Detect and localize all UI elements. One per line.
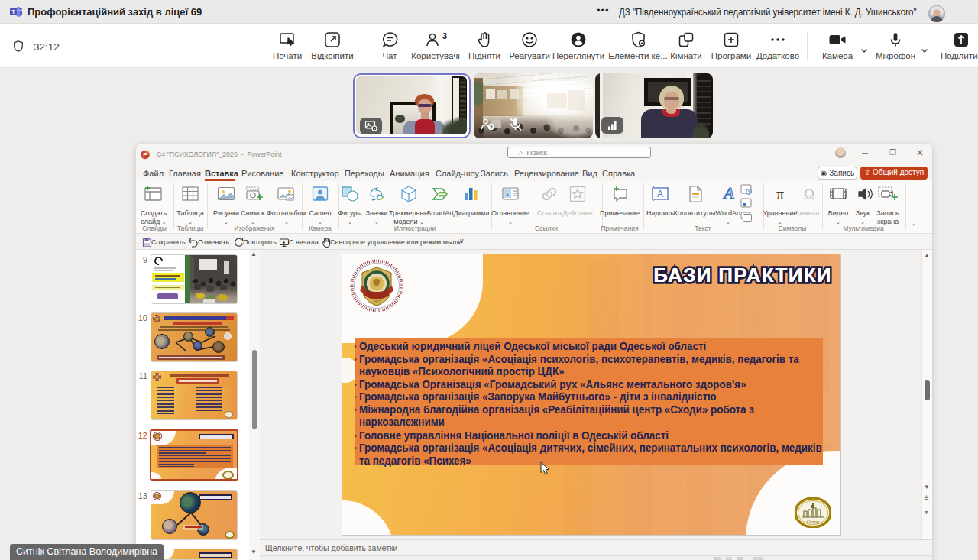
- svg-text:A: A: [722, 183, 734, 202]
- svg-text:1817: 1817: [373, 300, 381, 304]
- svg-text:P: P: [143, 151, 147, 158]
- svg-text:БАЗИ ПРАКТИКИ: БАЗИ ПРАКТИКИ: [653, 264, 832, 286]
- svg-text:A: A: [657, 189, 663, 199]
- svg-text:?: ?: [490, 124, 494, 131]
- svg-text:π: π: [776, 186, 784, 202]
- svg-text:Ω: Ω: [804, 186, 814, 202]
- svg-text:T: T: [11, 8, 15, 15]
- svg-text:Ompp: Ompp: [806, 519, 820, 525]
